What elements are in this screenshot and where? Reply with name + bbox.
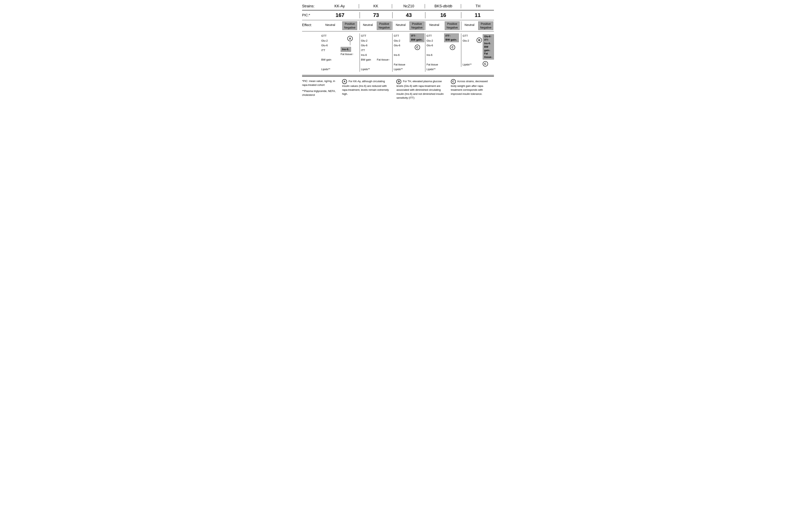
effect-posneg-th: PositiveNegative [477,21,494,30]
footnote-a-col: A For KK-Ay, although circulating insuli… [342,79,392,100]
data-posneg-bks: ITT↑BW gain↓ C [444,34,461,72]
note-c-text: Across strains, decreased body weight ga… [451,80,488,95]
footnote-circle-a: A [342,79,347,84]
pic-bks: 16 [425,12,461,18]
pic-th: 11 [461,12,494,18]
effect-posneg-kk: PositiveNegative [376,21,392,30]
itt-bwgain-box-bks: ITT↑BW gain↓ [444,34,459,42]
data-posneg-ncz10: ITT↑BW gain↓ C [409,34,425,72]
ins6-down-box-kkay: Ins-6↓ [341,47,351,52]
data-group-ncz10: GTTGlu-2Glu-6Ins-6Fat tissueLipids** ITT… [392,34,425,72]
effect-label: Effect: [302,21,321,27]
effect-group-kk: Neutral PositiveNegative [360,21,393,30]
chart-wrapper: Strains: KK-Ay KK NcZ10 BKS-db/db TH PIC… [302,4,494,100]
effect-neutral-bks: Neutral [426,21,443,30]
data-group-th: GTTGlu-2Lipids** B Glu-6↑ ITT↑ Ins-6↓ BW… [461,34,494,67]
pos-neg-box-kk: PositiveNegative [377,21,392,30]
note-a-text: For KK-Ay, although circulating insulin … [342,80,389,95]
strain-header-bks: BKS-db/db [425,4,461,8]
th-effects-box: Glu-6↑ ITT↑ Ins-6↓ BW gain↓ Fat tissue↓ [483,34,494,59]
data-group-kk: GTTGlu-2Glu-6ITTIns-6BW gainLipids** Fat… [360,34,393,72]
note-a: A For KK-Ay, although circulating insuli… [342,79,392,96]
pos-neg-box-th: PositiveNegative [478,21,493,30]
data-group-kkay: GTTGlu-2Glu-6ITTBW gainLipids** A Ins-6↓… [321,34,360,72]
footnote-b-col: B For TH, elevated plasma glucose levels… [396,79,447,100]
circle-c-bks: C [450,45,455,50]
effect-group-bks: Neutral PositiveNegative [425,21,461,30]
pic-ncz10: 43 [392,12,425,18]
double-star-note: **Plasma triglyceride, NEFA, cholesterol [302,89,338,97]
footnote-circle-c: C [451,79,456,84]
circle-a-kkay: A [347,36,353,41]
effect-posneg-bks: PositiveNegative [443,21,461,30]
effect-group-th: Neutral PositiveNegative [461,21,494,30]
pic-kkay: 167 [321,12,360,18]
effect-group-kkay: Neutral PositiveNegative [321,21,360,30]
circle-b-th: B [476,38,482,43]
data-neutral-kkay: GTTGlu-2Glu-6ITTBW gainLipids** [321,34,340,72]
note-b: B For TH, elevated plasma glucose levels… [396,79,447,100]
strain-header-kk: KK [359,4,392,8]
strains-label: Strains: [302,4,321,8]
effect-group-ncz10: Neutral PositiveNegative [392,21,425,30]
data-posneg-kk: Fat tissue↑ [376,34,392,72]
data-group-bks: GTTGlu-2Glu-6Ins-6Fat tissueLipids** ITT… [425,34,461,72]
pic-label: PIC:* [302,13,321,17]
pos-neg-box-bks: PositiveNegative [445,21,460,30]
data-posneg-th: B Glu-6↑ ITT↑ Ins-6↓ BW gain↓ Fat tissue… [476,34,494,67]
effect-neutral-kkay: Neutral [321,21,340,30]
fat-tissue-up-kkay: Fat tissue↑ [341,53,354,56]
data-neutral-bks: GTTGlu-2Glu-6Ins-6Fat tissueLipids** [426,34,444,72]
data-neutral-th: GTTGlu-2Lipids** [461,34,476,67]
strain-header-th: TH [461,4,494,8]
data-neutral-kk: GTTGlu-2Glu-6ITTIns-6BW gainLipids** [360,34,377,72]
footnote-c-col: C Across strains, decreased body weight … [451,79,494,100]
effect-neutral-th: Neutral [461,21,477,30]
effect-posneg-kkay: PositiveNegative [340,21,360,30]
itt-bwgain-box-ncz10: ITT↑BW gain↓ [410,34,424,42]
note-b-text: For TH, elevated plasma glucose levels (… [396,80,444,99]
footnote-section: *PIC: mean value, ng/mg, in rapa-treated… [302,76,494,100]
footnote-circle-b: B [396,79,401,84]
data-posneg-kkay: A Ins-6↓ Fat tissue↑ [340,34,360,72]
circle-c-ncz10: C [415,45,420,50]
pos-neg-box-ncz10: PositiveNegative [410,21,424,30]
effect-neutral-kk: Neutral [360,21,376,30]
data-neutral-ncz10: GTTGlu-2Glu-6Ins-6Fat tissueLipids** [393,34,409,72]
effect-neutral-ncz10: Neutral [393,21,409,30]
effect-posneg-ncz10: PositiveNegative [409,21,425,30]
circle-c-th: C [483,61,488,66]
pos-neg-box-kkay: PositiveNegative [342,21,357,30]
strain-header-ncz10: NcZ10 [392,4,425,8]
note-c: C Across strains, decreased body weight … [451,79,494,96]
footnote-star-col: *PIC: mean value, ng/mg, in rapa-treated… [302,79,338,100]
strain-header-kkay: KK-Ay [321,4,359,8]
star-note: *PIC: mean value, ng/mg, in rapa-treated… [302,79,338,87]
pic-kk: 73 [360,12,393,18]
